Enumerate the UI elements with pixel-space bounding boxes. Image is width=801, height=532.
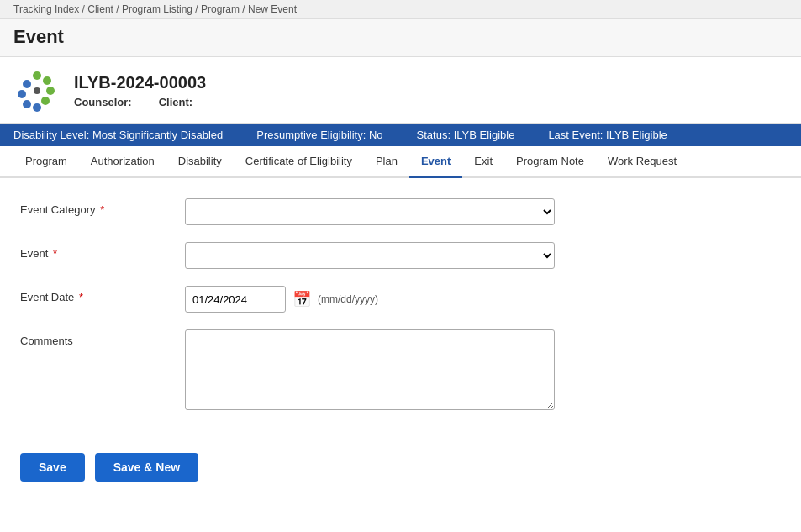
event-date-required: * bbox=[79, 291, 83, 303]
svg-point-0 bbox=[33, 71, 41, 80]
breadcrumb: Tracking Index / Client / Program Listin… bbox=[0, 0, 801, 19]
calendar-icon[interactable]: 📅 bbox=[292, 290, 311, 308]
svg-point-6 bbox=[23, 100, 31, 108]
event-category-required: * bbox=[100, 203, 104, 216]
counselor-label: Counselor: bbox=[74, 96, 132, 108]
svg-point-8 bbox=[34, 87, 40, 94]
app-logo bbox=[13, 67, 61, 114]
comments-control bbox=[185, 329, 555, 413]
event-category-label: Event Category * bbox=[20, 198, 171, 216]
event-required: * bbox=[53, 247, 57, 260]
header-meta: Counselor: Client: bbox=[74, 96, 206, 108]
event-row: Event * bbox=[20, 242, 781, 269]
presumptive-eligibility: Presumptive Eligibility: No bbox=[256, 129, 382, 141]
comments-textarea[interactable] bbox=[185, 329, 555, 410]
tab-exit[interactable]: Exit bbox=[462, 146, 504, 178]
svg-point-4 bbox=[23, 80, 31, 88]
event-label: Event * bbox=[20, 242, 171, 260]
event-date-label: Event Date * bbox=[20, 286, 171, 303]
record-id: ILYB-2024-00003 bbox=[74, 73, 206, 92]
tab-authorization[interactable]: Authorization bbox=[79, 146, 166, 178]
tab-program-note[interactable]: Program Note bbox=[504, 146, 596, 178]
breadcrumb-text: Tracking Index / Client / Program Listin… bbox=[13, 3, 297, 15]
save-button[interactable]: Save bbox=[20, 453, 85, 482]
page-title-bar: Event bbox=[0, 19, 801, 57]
event-date-input[interactable] bbox=[185, 286, 286, 313]
event-category-row: Event Category * bbox=[20, 198, 781, 225]
header-info: ILYB-2024-00003 Counselor: Client: bbox=[74, 73, 206, 108]
svg-point-3 bbox=[41, 97, 50, 105]
svg-point-5 bbox=[18, 90, 26, 98]
event-category-control bbox=[185, 198, 555, 225]
last-event: Last Event: ILYB Eligible bbox=[548, 129, 667, 141]
date-format-hint: (mm/dd/yyyy) bbox=[318, 293, 378, 305]
tabs-bar: Program Authorization Disability Certifi… bbox=[0, 146, 801, 178]
comments-row: Comments bbox=[20, 329, 781, 413]
comments-label: Comments bbox=[20, 329, 171, 347]
disability-level: Disability Level: Most Significantly Dis… bbox=[13, 129, 223, 141]
button-row: Save Save & New bbox=[0, 443, 801, 498]
tab-certificate-of-eligibility[interactable]: Certificate of Eligibility bbox=[234, 146, 364, 178]
header-card: ILYB-2024-00003 Counselor: Client: bbox=[0, 57, 801, 124]
svg-point-2 bbox=[46, 87, 55, 95]
tab-disability[interactable]: Disability bbox=[166, 146, 234, 178]
status: Status: ILYB Eligible bbox=[417, 129, 515, 141]
event-control bbox=[185, 242, 555, 269]
tab-program[interactable]: Program bbox=[13, 146, 79, 178]
status-bar: Disability Level: Most Significantly Dis… bbox=[0, 124, 801, 146]
client-label: Client: bbox=[159, 96, 192, 108]
event-date-row: Event Date * 📅 (mm/dd/yyyy) bbox=[20, 286, 781, 313]
event-date-control: 📅 (mm/dd/yyyy) bbox=[185, 286, 555, 313]
page-title: Event bbox=[13, 26, 788, 48]
save-new-button[interactable]: Save & New bbox=[95, 453, 198, 482]
tab-plan[interactable]: Plan bbox=[364, 146, 409, 178]
tab-work-request[interactable]: Work Request bbox=[596, 146, 688, 178]
svg-point-7 bbox=[33, 103, 41, 112]
event-select[interactable] bbox=[185, 242, 555, 269]
tab-event[interactable]: Event bbox=[409, 146, 462, 178]
date-row: 📅 (mm/dd/yyyy) bbox=[185, 286, 555, 313]
svg-point-1 bbox=[43, 76, 51, 85]
event-category-select[interactable] bbox=[185, 198, 555, 225]
event-form: Event Category * Event * Event Date * bbox=[0, 178, 801, 443]
